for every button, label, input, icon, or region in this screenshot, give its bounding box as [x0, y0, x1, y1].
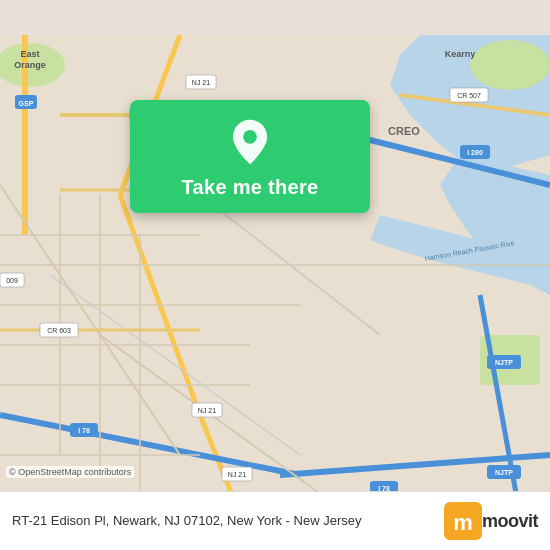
svg-text:NJ 21: NJ 21	[228, 471, 246, 478]
address-block: RT-21 Edison Pl, Newark, NJ 07102, New Y…	[12, 511, 434, 530]
svg-text:NJ 21: NJ 21	[192, 79, 210, 86]
svg-text:Orange: Orange	[14, 60, 46, 70]
bottom-bar: RT-21 Edison Pl, Newark, NJ 07102, New Y…	[0, 491, 550, 550]
location-pin-icon	[226, 118, 274, 166]
osm-attribution: © OpenStreetMap contributors	[6, 466, 134, 478]
moovit-wordmark: moovit	[482, 511, 538, 532]
svg-text:CREO: CREO	[388, 125, 420, 137]
svg-text:I 280: I 280	[467, 149, 483, 156]
take-me-there-card[interactable]: Take me there	[130, 100, 370, 213]
svg-text:009: 009	[6, 277, 18, 284]
svg-text:CR 603: CR 603	[47, 327, 71, 334]
moovit-m-icon: m	[444, 502, 482, 540]
take-me-there-label: Take me there	[182, 176, 319, 199]
svg-point-3	[470, 40, 550, 90]
svg-text:East: East	[20, 49, 39, 59]
svg-text:NJ 21: NJ 21	[198, 407, 216, 414]
svg-text:NJTP: NJTP	[495, 469, 513, 476]
svg-text:CR 507: CR 507	[457, 92, 481, 99]
svg-text:I 78: I 78	[78, 427, 90, 434]
map-container: GSP CR 658 CR 507 I 280 CR 508 I 78 I 78	[0, 0, 550, 550]
address-text: RT-21 Edison Pl, Newark, NJ 07102, New Y…	[12, 513, 361, 528]
svg-text:NJTP: NJTP	[495, 359, 513, 366]
svg-text:GSP: GSP	[19, 100, 34, 107]
osm-attribution-text: © OpenStreetMap contributors	[9, 467, 131, 477]
svg-point-64	[243, 130, 257, 144]
svg-text:Kearny: Kearny	[445, 49, 476, 59]
svg-text:m: m	[453, 510, 473, 535]
moovit-logo: m moovit	[444, 502, 538, 540]
